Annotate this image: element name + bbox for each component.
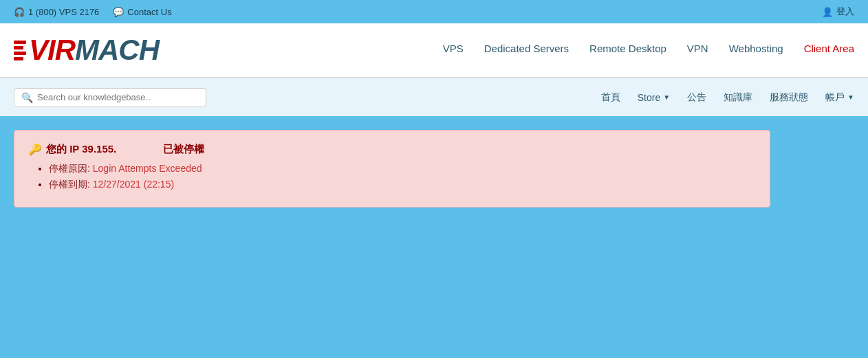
user-icon: 👤 <box>822 7 833 17</box>
logo[interactable]: VIR MACH <box>14 34 159 67</box>
account-label: 帳戶 <box>825 91 845 104</box>
store-dropdown-arrow: ▼ <box>663 93 670 101</box>
reason-label: 停權原因: <box>49 163 93 174</box>
search-icon: 🔍 <box>21 92 33 103</box>
alert-title: 🔑 您的 IP 39.155.██████ 已被停權 <box>28 143 756 156</box>
service-status-label: 服務狀態 <box>770 91 808 104</box>
login-label: 登入 <box>836 5 854 18</box>
nav-vps[interactable]: VPS <box>443 43 464 58</box>
top-bar-left: 🎧 1 (800) VPS 2176 💬 Contact Us <box>14 7 172 17</box>
menu-knowledgebase[interactable]: 知識庫 <box>724 91 752 104</box>
phone-item[interactable]: 🎧 1 (800) VPS 2176 <box>14 7 99 17</box>
logo-mach: MACH <box>75 34 159 67</box>
search-bar: 🔍 首頁 Store ▼ 公告 知識庫 服務狀態 帳戶 ▼ <box>0 78 868 116</box>
expiry-value: 12/27/2021 (22:15) <box>93 179 174 190</box>
account-dropdown-arrow: ▼ <box>847 93 854 101</box>
alert-expiry: 停權到期: 12/27/2021 (22:15) <box>49 179 756 191</box>
contact-item[interactable]: 💬 Contact Us <box>113 7 171 17</box>
announcements-label: 公告 <box>687 91 706 104</box>
logo-bar-4 <box>14 57 23 60</box>
menu-home[interactable]: 首頁 <box>601 91 620 104</box>
expiry-label: 停權到期: <box>49 179 93 190</box>
search-wrapper[interactable]: 🔍 <box>14 88 206 107</box>
contact-label: Contact Us <box>127 7 171 17</box>
logo-icon <box>14 41 26 60</box>
menu-service-status[interactable]: 服務狀態 <box>770 91 808 104</box>
logo-bar-3 <box>14 52 26 55</box>
menu-store[interactable]: Store ▼ <box>638 92 670 103</box>
logo-vir: VIR <box>29 34 75 67</box>
key-icon: 🔑 <box>28 143 42 156</box>
login-item[interactable]: 👤 登入 <box>822 5 854 18</box>
store-label: Store <box>638 92 660 103</box>
alert-reason: 停權原因: Login Attempts Exceeded <box>49 163 756 175</box>
main-content: 🔑 您的 IP 39.155.██████ 已被停權 停權原因: Login A… <box>0 116 868 221</box>
nav-remote[interactable]: Remote Desktop <box>589 43 666 58</box>
menu-account[interactable]: 帳戶 ▼ <box>825 91 854 104</box>
alert-list: 停權原因: Login Attempts Exceeded 停權到期: 12/2… <box>28 163 756 191</box>
menu-links: 首頁 Store ▼ 公告 知識庫 服務狀態 帳戶 ▼ <box>601 91 854 104</box>
menu-announcements[interactable]: 公告 <box>687 91 706 104</box>
search-input[interactable] <box>37 92 188 102</box>
nav-vpn[interactable]: VPN <box>687 43 708 58</box>
headphone-icon: 🎧 <box>14 7 25 17</box>
nav-webhosting[interactable]: Webhosting <box>729 43 783 58</box>
chat-icon: 💬 <box>113 7 124 17</box>
alert-title-text: 您的 IP 39.155.██████ 已被停權 <box>46 143 204 156</box>
nav-dedicated[interactable]: Dedicated Servers <box>484 43 569 58</box>
top-bar: 🎧 1 (800) VPS 2176 💬 Contact Us 👤 登入 <box>0 0 868 23</box>
reason-value: Login Attempts Exceeded <box>93 163 202 174</box>
nav-client-area[interactable]: Client Area <box>804 43 854 58</box>
alert-box: 🔑 您的 IP 39.155.██████ 已被停權 停權原因: Login A… <box>14 130 770 208</box>
nav-links: VPS Dedicated Servers Remote Desktop VPN… <box>443 43 854 58</box>
logo-bar-1 <box>14 41 26 44</box>
nav-bar: VIR MACH VPS Dedicated Servers Remote De… <box>0 23 868 78</box>
home-label: 首頁 <box>601 91 620 104</box>
logo-text: VIR MACH <box>29 34 159 67</box>
logo-bar-2 <box>14 46 23 49</box>
knowledgebase-label: 知識庫 <box>724 91 752 104</box>
phone-number: 1 (800) VPS 2176 <box>28 7 99 17</box>
